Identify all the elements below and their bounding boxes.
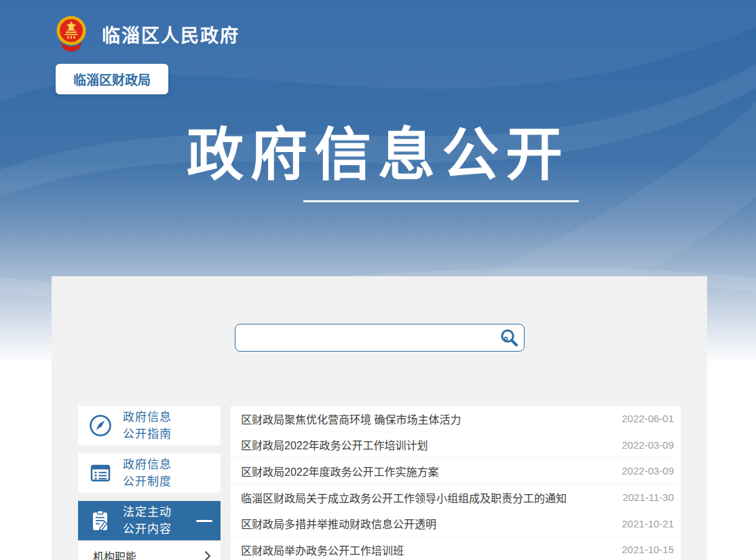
submenu-item-label: 机构职能 — [93, 548, 136, 560]
sidebar-item-disclosure-system[interactable]: 政府信息 公开制度 — [78, 453, 221, 493]
list-item: 区财政局聚焦优化营商环境 确保市场主体活力 2022-06-01 — [231, 406, 681, 432]
article-link[interactable]: 区财政局2022年政务公开工作培训计划 — [241, 436, 608, 453]
content-columns: 政府信息 公开指南 — [78, 406, 681, 560]
sidebar-item-disclosure-guide[interactable]: 政府信息 公开指南 — [78, 406, 221, 445]
article-date: 2022-03-09 — [622, 465, 674, 477]
title-underline — [303, 200, 579, 202]
article-link[interactable]: 区财政局多措并举推动财政信息公开透明 — [241, 515, 608, 531]
article-link[interactable]: 区财政局举办政务公开工作培训班 — [241, 542, 608, 558]
national-emblem-icon — [56, 15, 87, 54]
sidebar-nav: 政府信息 公开指南 — [78, 406, 221, 560]
document-list-icon — [88, 460, 113, 486]
sidebar-item-label: 政府信息 公开制度 — [123, 456, 172, 490]
list-item: 区财政局2022年政务公开工作培训计划 2022-03-09 — [231, 432, 681, 459]
article-date: 2022-03-09 — [622, 439, 674, 451]
article-list: 区财政局聚焦优化营商环境 确保市场主体活力 2022-06-01 区财政局202… — [231, 406, 681, 560]
bureau-name-tab[interactable]: 临淄区财政局 — [56, 64, 168, 94]
minus-collapse-icon[interactable] — [196, 520, 212, 522]
article-date: 2021-11-30 — [622, 491, 674, 503]
sidebar-item-statutory-disclosure[interactable]: 法定主动 公开内容 — [78, 501, 221, 540]
page-background: 临淄区人民政府 临淄区财政局 政府信息公开 — [0, 0, 756, 560]
list-item: 临淄区财政局关于成立政务公开工作领导小组组成及职责分工的通知 2021-11-3… — [231, 485, 681, 511]
chevron-right-icon — [204, 550, 211, 560]
sidebar-subitem-agency-functions[interactable]: 机构职能 — [78, 540, 221, 560]
article-date: 2021-10-21 — [622, 518, 674, 529]
search-bar — [235, 324, 525, 352]
search-input[interactable] — [235, 324, 494, 351]
clipboard-pen-icon — [88, 508, 113, 534]
search-button[interactable] — [494, 324, 524, 351]
sidebar-item-label: 法定主动 公开内容 — [123, 504, 172, 538]
article-link[interactable]: 临淄区财政局关于成立政务公开工作领导小组组成及职责分工的通知 — [241, 489, 609, 506]
article-date: 2021-10-15 — [622, 544, 674, 555]
government-home-link[interactable]: 临淄区人民政府 — [56, 15, 240, 54]
page-title: 政府信息公开 — [0, 126, 756, 183]
list-item: 区财政局多措并举推动财政信息公开透明 2021-10-21 — [231, 510, 681, 537]
content-panel: 政府信息 公开指南 — [52, 276, 707, 560]
site-title: 临淄区人民政府 — [102, 21, 240, 48]
article-link[interactable]: 区财政局聚焦优化营商环境 确保市场主体活力 — [241, 411, 608, 427]
magnifier-icon — [499, 328, 519, 348]
sidebar-item-label: 政府信息 公开指南 — [123, 409, 172, 443]
compass-icon — [88, 413, 113, 438]
article-date: 2022-06-01 — [622, 413, 674, 424]
list-item: 区财政局举办政务公开工作培训班 2021-10-15 — [231, 537, 681, 560]
list-item: 区财政局2022年度政务公开工作实施方案 2022-03-09 — [231, 458, 681, 485]
article-link[interactable]: 区财政局2022年度政务公开工作实施方案 — [241, 463, 608, 479]
